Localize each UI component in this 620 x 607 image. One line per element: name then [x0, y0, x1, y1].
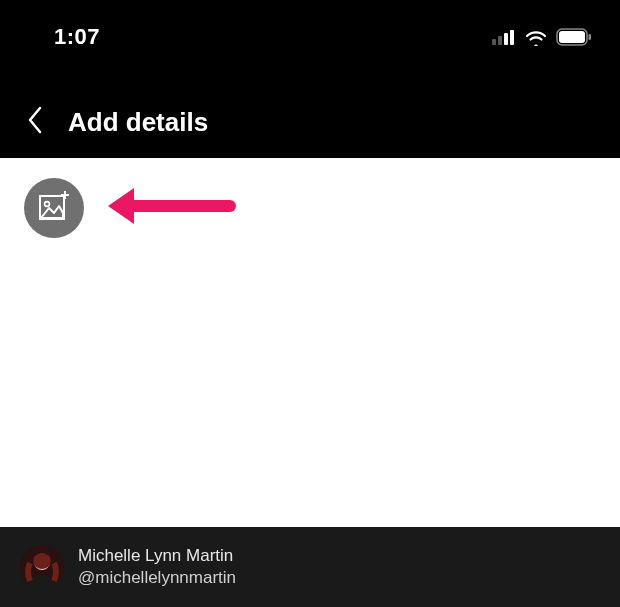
svg-rect-0: [492, 39, 496, 45]
back-button[interactable]: [20, 107, 50, 137]
svg-rect-3: [510, 30, 514, 45]
cellular-icon: [492, 29, 516, 45]
chevron-left-icon: [27, 106, 43, 138]
svg-rect-2: [504, 33, 508, 45]
user-handle: @michellelynnmartin: [78, 567, 236, 589]
phone-frame: 1:07: [0, 0, 620, 607]
wifi-icon: [524, 28, 548, 46]
user-info: Michelle Lynn Martin @michellelynnmartin: [78, 545, 236, 589]
content-area: [0, 158, 620, 527]
avatar[interactable]: [20, 545, 64, 589]
battery-icon: [556, 28, 592, 46]
page-title: Add details: [68, 107, 208, 138]
status-time: 1:07: [54, 10, 100, 50]
user-footer: Michelle Lynn Martin @michellelynnmartin: [0, 527, 620, 607]
status-bar: 1:07: [0, 0, 620, 60]
add-image-icon: [38, 191, 70, 225]
svg-rect-6: [589, 34, 592, 40]
status-indicators: [492, 14, 592, 46]
user-name: Michelle Lynn Martin: [78, 545, 236, 567]
add-image-button[interactable]: [24, 178, 84, 238]
svg-point-8: [45, 202, 50, 207]
svg-rect-5: [559, 31, 585, 43]
svg-rect-1: [498, 36, 502, 45]
nav-header: Add details: [0, 92, 620, 152]
